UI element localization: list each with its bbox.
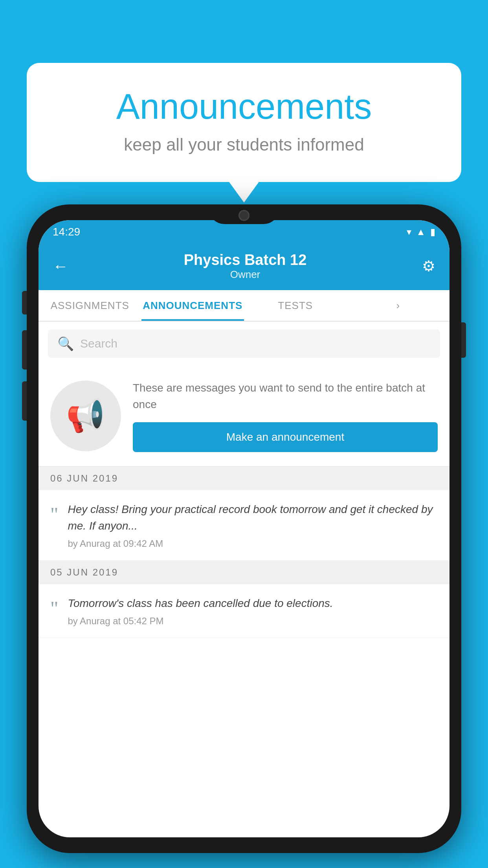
prompt-content: These are messages you want to send to t… — [133, 380, 438, 452]
search-icon: 🔍 — [57, 336, 74, 351]
announcement-meta-1: by Anurag at 09:42 AM — [68, 538, 438, 549]
announcement-meta-2: by Anurag at 05:42 PM — [68, 616, 438, 627]
search-placeholder: Search — [80, 337, 117, 350]
bubble-subtitle: keep all your students informed — [58, 135, 430, 154]
volume-down-button — [22, 381, 27, 421]
bubble-title: Announcements — [58, 86, 430, 127]
app-header: ← Physics Batch 12 Owner ⚙ — [39, 244, 449, 290]
status-time: 14:29 — [53, 226, 80, 238]
batch-title: Physics Batch 12 — [184, 252, 307, 268]
tab-bar: ASSIGNMENTS ANNOUNCEMENTS TESTS › — [39, 290, 449, 322]
camera — [238, 210, 250, 221]
signal-icon: ▲ — [416, 226, 426, 237]
tab-assignments[interactable]: ASSIGNMENTS — [39, 290, 141, 321]
status-icons: ▾ ▲ ▮ — [407, 226, 435, 237]
date-separator-1: 06 JUN 2019 — [39, 467, 449, 490]
search-bar[interactable]: 🔍 Search — [48, 329, 440, 358]
settings-icon[interactable]: ⚙ — [422, 257, 435, 275]
announcement-item-2[interactable]: " Tomorrow's class has been cancelled du… — [39, 584, 449, 638]
make-announcement-button[interactable]: Make an announcement — [133, 422, 438, 452]
megaphone-circle: 📢 — [50, 381, 121, 451]
announcement-text-1: Hey class! Bring your practical record b… — [68, 501, 438, 534]
mute-button — [22, 291, 27, 314]
phone-body: 14:29 ▾ ▲ ▮ ← Physics Batch 12 Owner ⚙ A… — [27, 204, 461, 853]
announcement-content-2: Tomorrow's class has been cancelled due … — [68, 595, 438, 627]
volume-up-button — [22, 330, 27, 370]
quote-icon-2: " — [50, 598, 58, 618]
announcement-content-1: Hey class! Bring your practical record b… — [68, 501, 438, 549]
tab-announcements[interactable]: ANNOUNCEMENTS — [141, 290, 244, 321]
header-center: Physics Batch 12 Owner — [184, 252, 307, 281]
megaphone-icon: 📢 — [66, 397, 105, 434]
prompt-description: These are messages you want to send to t… — [133, 380, 438, 413]
search-container: 🔍 Search — [39, 322, 449, 366]
quote-icon-1: " — [50, 504, 58, 524]
announcement-prompt: 📢 These are messages you want to send to… — [39, 366, 449, 467]
phone-mockup: 14:29 ▾ ▲ ▮ ← Physics Batch 12 Owner ⚙ A… — [27, 204, 461, 853]
speech-bubble: Announcements keep all your students inf… — [27, 63, 461, 182]
announcement-text-2: Tomorrow's class has been cancelled due … — [68, 595, 438, 612]
date-separator-2: 05 JUN 2019 — [39, 561, 449, 584]
announcement-item-1[interactable]: " Hey class! Bring your practical record… — [39, 490, 449, 561]
tab-tests[interactable]: TESTS — [244, 290, 347, 321]
phone-notch — [209, 204, 279, 224]
batch-role: Owner — [184, 268, 307, 281]
back-button[interactable]: ← — [53, 257, 68, 275]
wifi-icon: ▾ — [407, 226, 411, 237]
tab-more[interactable]: › — [347, 290, 450, 321]
battery-icon: ▮ — [430, 226, 435, 237]
phone-screen: 14:29 ▾ ▲ ▮ ← Physics Batch 12 Owner ⚙ A… — [39, 220, 449, 837]
power-button — [461, 322, 466, 358]
